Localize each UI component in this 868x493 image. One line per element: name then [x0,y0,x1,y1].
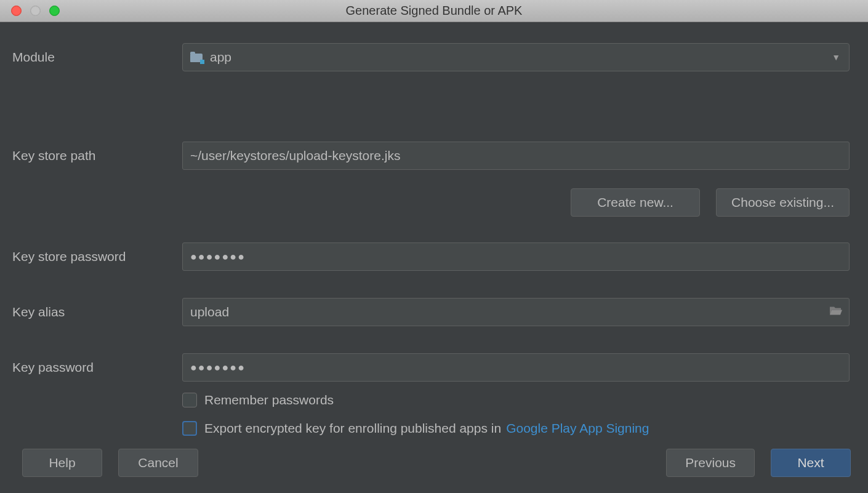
maximize-window-icon[interactable] [49,6,60,16]
keystore-path-row: Key store path ~/user/keystores/upload-k… [12,142,856,170]
remember-passwords-label: Remember passwords [204,393,334,407]
module-label: Module [12,50,182,65]
chevron-down-icon: ▼ [832,52,840,62]
key-password-label: Key password [12,360,182,375]
module-row: Module app ▼ [12,43,856,71]
key-alias-row: Key alias upload [12,298,856,326]
dialog-button-bar: Help Cancel Previous Next [0,435,868,493]
keystore-button-row: Create new... Choose existing... [12,188,850,217]
folder-open-icon[interactable] [829,305,843,319]
keystore-path-field[interactable]: ~/user/keystores/upload-keystore.jks [182,142,850,170]
remember-passwords-checkbox[interactable] [182,393,197,407]
key-alias-label: Key alias [12,305,182,319]
next-button[interactable]: Next [771,449,851,477]
key-password-field[interactable]: ●●●●●●● [182,353,850,382]
key-password-row: Key password ●●●●●●● [12,353,856,382]
keystore-password-mask: ●●●●●●● [190,251,246,263]
google-play-app-signing-link[interactable]: Google Play App Signing [506,421,649,436]
module-icon [190,51,204,63]
module-value: app [210,50,231,65]
cancel-button[interactable]: Cancel [118,449,198,477]
keystore-password-row: Key store password ●●●●●●● [12,242,856,271]
module-dropdown[interactable]: app ▼ [182,43,850,71]
remember-passwords-row: Remember passwords [182,393,856,407]
export-key-label: Export encrypted key for enrolling publi… [204,421,501,436]
key-alias-value: upload [190,305,229,319]
titlebar: Generate Signed Bundle or APK [0,0,868,22]
close-window-icon[interactable] [11,6,22,16]
key-password-mask: ●●●●●●● [190,361,246,374]
window-title: Generate Signed Bundle or APK [0,4,868,18]
dialog-content: Module app ▼ Key store path ~/user/keyst… [0,22,868,441]
window-controls [0,6,60,16]
keystore-password-field[interactable]: ●●●●●●● [182,242,850,271]
choose-existing-button[interactable]: Choose existing... [716,188,850,217]
previous-button[interactable]: Previous [666,449,755,477]
export-key-checkbox[interactable] [182,421,197,436]
keystore-path-label: Key store path [12,148,182,163]
keystore-path-value: ~/user/keystores/upload-keystore.jks [190,148,400,163]
create-new-button[interactable]: Create new... [571,188,700,217]
keystore-password-label: Key store password [12,249,182,264]
key-alias-field[interactable]: upload [182,298,850,326]
export-key-row: Export encrypted key for enrolling publi… [182,421,856,436]
minimize-window-icon [30,6,41,16]
help-button[interactable]: Help [22,449,102,477]
